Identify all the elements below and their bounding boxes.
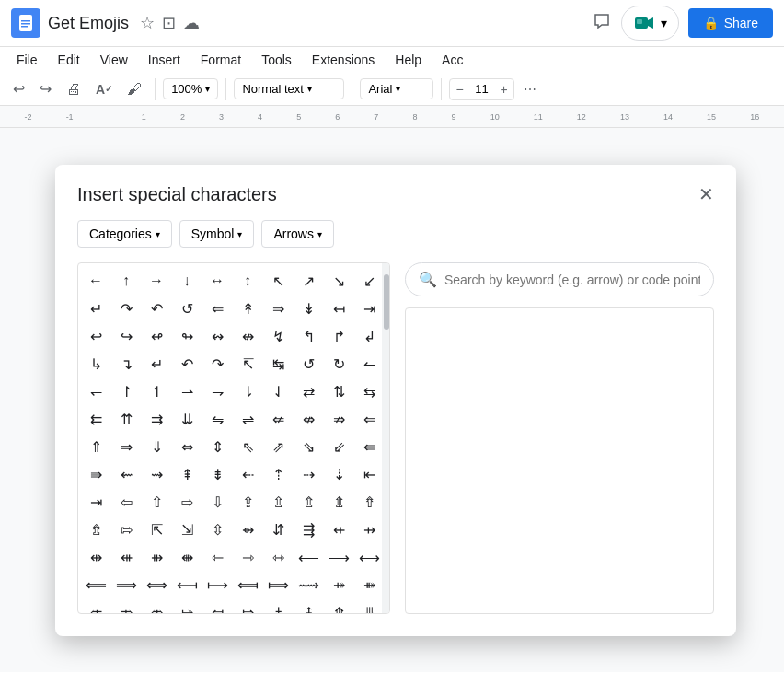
arrows-filter[interactable]: Arrows ▾ xyxy=(261,220,334,248)
symbol-cell[interactable]: ⇒ xyxy=(264,295,292,322)
symbol-cell[interactable]: ↵ xyxy=(82,295,110,322)
symbol-cell[interactable]: ↘ xyxy=(325,267,352,295)
symbol-cell[interactable]: ↽ xyxy=(82,377,110,405)
symbol-cell[interactable]: ⇥ xyxy=(82,488,110,516)
symbol-cell[interactable]: ⇺ xyxy=(112,543,140,571)
symbol-cell[interactable]: ⇢ xyxy=(294,460,322,488)
symbol-cell[interactable]: ⇆ xyxy=(355,377,383,405)
symbol-cell[interactable]: ↿ xyxy=(143,377,170,405)
star-icon[interactable]: ☆ xyxy=(140,13,155,33)
symbol-cell[interactable]: ↬ xyxy=(173,322,201,350)
symbol-cell[interactable]: ⇉ xyxy=(143,405,170,433)
symbol-cell[interactable]: ⤃ xyxy=(112,598,140,613)
menu-acc[interactable]: Acc xyxy=(432,49,472,71)
comment-icon[interactable] xyxy=(592,11,612,36)
symbol-cell[interactable]: ⟻ xyxy=(173,571,201,598)
symbol-cell[interactable]: ⟿ xyxy=(294,571,322,598)
symbol-cell[interactable]: ⇨ xyxy=(173,488,201,516)
symbol-filter[interactable]: Symbol ▾ xyxy=(179,220,255,248)
symbol-cell[interactable]: ⇕ xyxy=(203,433,231,460)
symbol-cell[interactable]: ↪ xyxy=(112,322,140,350)
menu-extensions[interactable]: Extensions xyxy=(303,49,384,71)
symbol-cell[interactable]: ⇩ xyxy=(203,488,231,516)
symbol-cell[interactable]: ⇽ xyxy=(203,543,231,571)
symbol-cell[interactable]: ↸ xyxy=(234,350,261,377)
symbol-cell[interactable]: ⇖ xyxy=(234,433,261,460)
symbol-cell[interactable]: ↖ xyxy=(264,267,292,295)
symbol-cell[interactable]: ↶ xyxy=(173,350,201,377)
symbol-cell[interactable]: ↲ xyxy=(355,322,383,350)
menu-view[interactable]: View xyxy=(91,49,137,71)
symbol-cell[interactable]: ↷ xyxy=(203,350,231,377)
symbol-cell[interactable]: ↫ xyxy=(143,322,170,350)
symbol-cell[interactable]: ⟽ xyxy=(234,571,261,598)
close-button[interactable]: ✕ xyxy=(698,183,714,205)
symbol-cell[interactable]: ⇠ xyxy=(234,460,261,488)
symbol-cell[interactable]: ⟵ xyxy=(294,543,322,571)
spellcheck-button[interactable]: A✓ xyxy=(90,78,118,100)
symbol-cell[interactable]: ⇋ xyxy=(203,405,231,433)
format-paint-button[interactable]: 🖌 xyxy=(121,77,147,101)
symbol-cell[interactable]: ↺ xyxy=(294,350,322,377)
symbol-cell[interactable]: ⇏ xyxy=(325,405,352,433)
scrollbar[interactable] xyxy=(382,263,389,613)
meet-button[interactable]: ▾ xyxy=(621,6,679,41)
symbol-cell[interactable]: ⤉ xyxy=(294,598,322,613)
symbol-cell[interactable]: ⇱ xyxy=(143,516,170,543)
symbol-cell[interactable]: ⇫ xyxy=(264,488,292,516)
menu-insert[interactable]: Insert xyxy=(139,49,190,71)
symbol-cell[interactable]: ⤆ xyxy=(203,598,231,613)
symbol-cell[interactable]: ↳ xyxy=(82,350,110,377)
symbol-cell[interactable]: ⇎ xyxy=(294,405,322,433)
symbol-cell[interactable]: ⇣ xyxy=(325,460,352,488)
font-select[interactable]: Arial ▾ xyxy=(360,78,433,99)
symbol-cell[interactable]: ⇼ xyxy=(173,543,201,571)
menu-file[interactable]: File xyxy=(7,49,47,71)
symbol-cell[interactable]: ⇰ xyxy=(112,516,140,543)
symbol-cell[interactable]: ⇤ xyxy=(355,460,383,488)
symbol-cell[interactable]: ⤂ xyxy=(82,598,110,613)
symbol-cell[interactable]: ⤈ xyxy=(264,598,292,613)
symbol-cell[interactable]: ⤇ xyxy=(234,598,261,613)
symbol-cell[interactable]: ⇁ xyxy=(203,377,231,405)
symbol-cell[interactable]: ⇲ xyxy=(173,516,201,543)
symbol-cell[interactable]: ⇵ xyxy=(264,516,292,543)
symbol-cell[interactable]: ⇸ xyxy=(355,516,383,543)
symbol-cell[interactable]: ↮ xyxy=(234,322,261,350)
symbol-cell[interactable]: ↓ xyxy=(173,267,201,295)
symbol-cell[interactable]: ⇐ xyxy=(355,405,383,433)
symbol-cell[interactable]: ↻ xyxy=(325,350,352,377)
search-input[interactable] xyxy=(444,273,700,287)
undo-button[interactable]: ↩ xyxy=(7,76,30,101)
menu-tools[interactable]: Tools xyxy=(252,49,301,71)
symbol-cell[interactable]: ↟ xyxy=(234,295,261,322)
menu-help[interactable]: Help xyxy=(386,49,431,71)
symbol-cell[interactable]: ⇻ xyxy=(143,543,170,571)
symbol-cell[interactable]: ⟸ xyxy=(82,571,110,598)
symbol-cell[interactable]: ⇬ xyxy=(294,488,322,516)
symbol-cell[interactable]: ⇯ xyxy=(82,516,110,543)
menu-edit[interactable]: Edit xyxy=(49,49,89,71)
symbol-cell[interactable]: ⇡ xyxy=(264,460,292,488)
symbol-cell[interactable]: ↭ xyxy=(203,322,231,350)
symbol-cell[interactable]: ⟾ xyxy=(264,571,292,598)
symbol-cell[interactable]: ⇌ xyxy=(234,405,261,433)
cloud-icon[interactable]: ☁ xyxy=(183,13,200,33)
symbol-cell[interactable]: ⟷ xyxy=(355,543,383,571)
menu-format[interactable]: Format xyxy=(191,49,250,71)
increase-font-button[interactable]: + xyxy=(495,79,513,99)
zoom-select[interactable]: 100% ▾ xyxy=(163,78,218,99)
symbol-cell[interactable]: ⤁ xyxy=(355,571,383,598)
symbol-cell[interactable]: ⇅ xyxy=(325,377,352,405)
symbol-cell[interactable]: ↩ xyxy=(82,322,110,350)
more-options-button[interactable]: ⋯ xyxy=(518,78,542,100)
present-icon[interactable]: ⊡ xyxy=(162,13,176,33)
symbol-cell[interactable]: ⇭ xyxy=(325,488,352,516)
symbol-cell[interactable]: ↵ xyxy=(143,350,170,377)
symbol-cell[interactable]: ⇶ xyxy=(294,516,322,543)
symbol-cell[interactable]: ↼ xyxy=(355,350,383,377)
symbol-cell[interactable]: ⇈ xyxy=(112,405,140,433)
scrollbar-thumb[interactable] xyxy=(384,274,389,330)
symbol-cell[interactable]: ↤ xyxy=(325,295,352,322)
symbol-cell[interactable]: ⇴ xyxy=(234,516,261,543)
